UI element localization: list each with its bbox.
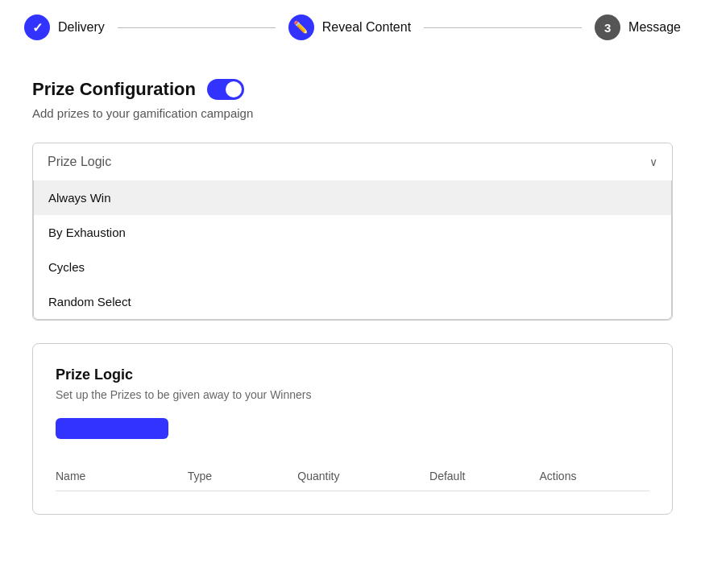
dropdown-header[interactable]: Prize Logic ∨	[33, 143, 672, 180]
step-delivery-label: Delivery	[58, 20, 105, 35]
prize-logic-card: Prize Logic Set up the Prizes to be give…	[32, 343, 673, 515]
main-content: Prize Configuration Add prizes to your g…	[0, 55, 705, 539]
check-icon: ✓	[32, 20, 43, 35]
config-header: Prize Configuration	[32, 79, 673, 100]
dropdown-options: Always Win By Exhaustion Cycles Random S…	[33, 180, 672, 320]
step-message-label: Message	[628, 20, 681, 35]
step-delivery-circle: ✓	[24, 14, 50, 40]
step-delivery[interactable]: ✓ Delivery	[24, 14, 105, 40]
step-reveal-content[interactable]: ✏️ Reveal Content	[288, 14, 411, 40]
th-type: Type	[188, 470, 297, 482]
dropdown-option-by-exhaustion[interactable]: By Exhaustion	[34, 215, 671, 250]
step-message[interactable]: 3 Message	[595, 14, 681, 40]
dropdown-option-random-select[interactable]: Random Select	[34, 284, 671, 319]
prize-card-subtitle: Set up the Prizes to be given away to yo…	[56, 388, 649, 401]
table-header: Name Type Quantity Default Actions	[56, 462, 649, 491]
th-default: Default	[429, 470, 539, 482]
th-actions: Actions	[540, 470, 649, 482]
th-quantity: Quantity	[297, 470, 429, 482]
prize-card-title: Prize Logic	[56, 366, 649, 383]
config-subtitle: Add prizes to your gamification campaign	[32, 106, 673, 120]
step-line-1	[118, 27, 276, 28]
chevron-down-icon: ∨	[649, 155, 657, 168]
step-line-2	[424, 27, 582, 28]
dropdown-label: Prize Logic	[48, 155, 111, 169]
step-message-number: 3	[604, 21, 611, 35]
step-reveal-content-label: Reveal Content	[322, 20, 411, 35]
add-prize-button[interactable]	[56, 418, 168, 439]
step-message-circle: 3	[595, 14, 620, 40]
dropdown-option-cycles[interactable]: Cycles	[34, 250, 671, 284]
th-name: Name	[56, 470, 188, 482]
prize-logic-dropdown[interactable]: Prize Logic ∨ Always Win By Exhaustion C…	[32, 143, 673, 321]
step-reveal-circle: ✏️	[288, 14, 314, 40]
stepper: ✓ Delivery ✏️ Reveal Content 3 Message	[0, 0, 705, 55]
prize-config-toggle[interactable]	[207, 79, 244, 100]
config-title: Prize Configuration	[32, 79, 196, 100]
pencil-icon: ✏️	[293, 20, 309, 35]
dropdown-option-always-win[interactable]: Always Win	[34, 180, 671, 215]
